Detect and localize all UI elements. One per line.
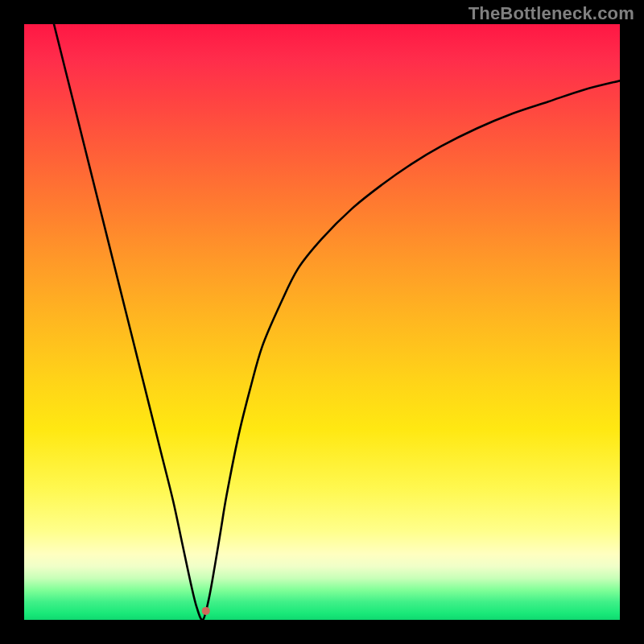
plot-area [24,24,620,620]
bottleneck-curve [54,24,620,620]
curve-svg [24,24,620,620]
vertex-marker [202,607,210,615]
chart-frame: TheBottleneck.com [0,0,644,644]
watermark-text: TheBottleneck.com [469,3,634,24]
